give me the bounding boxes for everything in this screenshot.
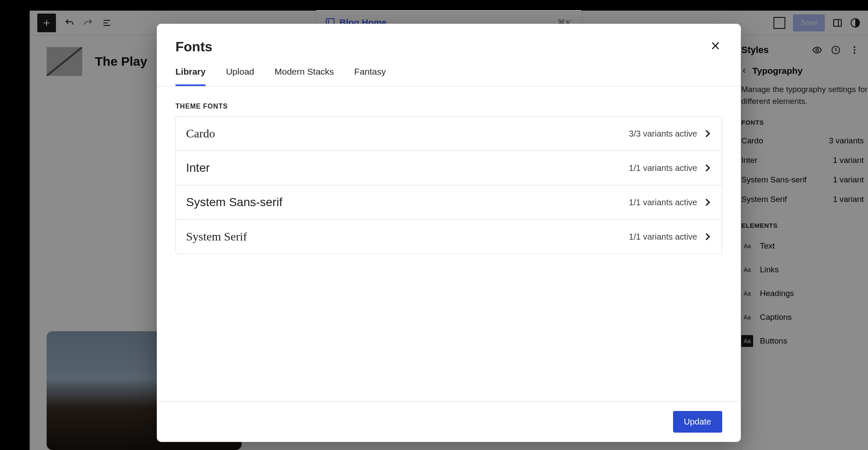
update-button[interactable]: Update <box>673 411 723 433</box>
font-row-cardo[interactable]: Cardo 3/3 variants active <box>176 117 722 151</box>
chevron-right-icon <box>703 130 710 137</box>
tab-library[interactable]: Library <box>175 67 206 86</box>
modal-tabs: Library Upload Modern Stacks Fantasy <box>157 55 741 87</box>
font-list: Cardo 3/3 variants active Inter 1/1 vari… <box>175 116 722 254</box>
font-name: System Serif <box>186 230 247 243</box>
font-variants: 3/3 variants active <box>629 129 697 139</box>
font-row-inter[interactable]: Inter 1/1 variants active <box>176 151 722 185</box>
font-row-system-sans[interactable]: System Sans-serif 1/1 variants active <box>176 185 722 220</box>
font-name: Cardo <box>186 127 215 140</box>
tab-upload[interactable]: Upload <box>226 67 254 86</box>
close-button[interactable] <box>709 39 722 53</box>
tab-modern-stacks[interactable]: Modern Stacks <box>275 67 334 86</box>
font-name: Inter <box>186 161 210 175</box>
font-variants: 1/1 variants active <box>629 163 697 173</box>
font-variants: 1/1 variants active <box>629 232 697 242</box>
font-variants: 1/1 variants active <box>629 198 697 207</box>
chevron-right-icon <box>703 165 710 172</box>
chevron-right-icon <box>703 233 710 240</box>
chevron-right-icon <box>703 199 710 206</box>
font-row-system-serif[interactable]: System Serif 1/1 variants active <box>176 220 722 254</box>
fonts-modal: Fonts Library Upload Modern Stacks Fanta… <box>157 24 741 442</box>
theme-fonts-label: THEME FONTS <box>175 103 722 110</box>
modal-title: Fonts <box>175 39 212 55</box>
tab-fantasy[interactable]: Fantasy <box>354 67 386 86</box>
font-name: System Sans-serif <box>186 196 282 209</box>
